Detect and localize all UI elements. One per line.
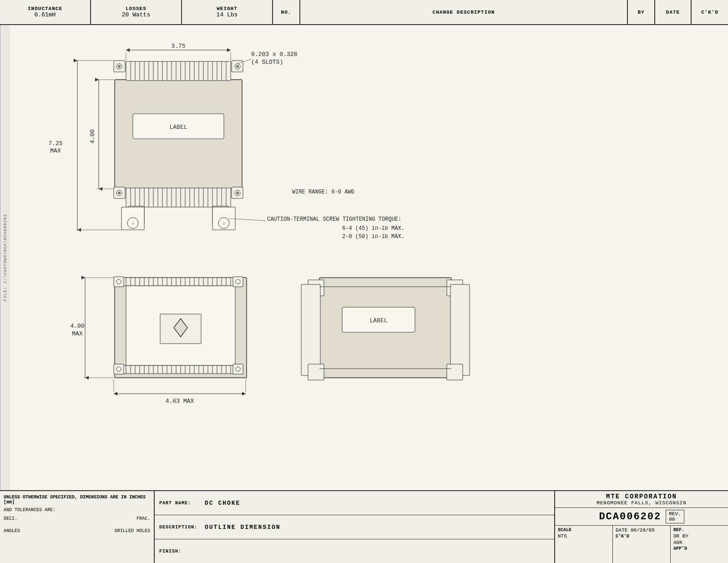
svg-point-57 [118, 192, 120, 194]
weight-cell: WEIGHT 14 Lbs [182, 0, 273, 24]
svg-text:CAUTION-TERMINAL SCREW TIGHTEN: CAUTION-TERMINAL SCREW TIGHTENING TORQUE… [267, 216, 401, 223]
svg-text:4.00: 4.00 [70, 323, 84, 330]
inductance-value: 0.61mH [35, 11, 56, 18]
drilled-label: DRILLED HOLES [115, 528, 150, 533]
info-right-bottom: SCALE NTS DATE 06/28/05 C'K'D REF. DR BY… [555, 526, 728, 563]
ref-label: REF. [673, 527, 725, 533]
date-cell: DATE [655, 0, 692, 24]
tolerances-block: UNLESS OTHERWISE SPECIFIED, DIMENSIONS A… [0, 491, 155, 563]
scale-cell: SCALE NTS [555, 526, 613, 563]
technical-drawing-svg: text { font-family: 'Courier New', Couri… [10, 25, 728, 490]
part-number: DCA006202 [599, 511, 661, 522]
appd-label: APP'D [673, 546, 725, 551]
description-label: DESCRIPTION: [159, 525, 200, 530]
company-location: MENOMONEE FALLS, WISCONSIN [559, 500, 724, 506]
angles-label: ANGLES [4, 528, 20, 533]
losses-value: 20 Watts [122, 11, 150, 18]
svg-text:2-0 (50) in-lb MAX.: 2-0 (50) in-lb MAX. [342, 233, 404, 240]
scale-label: SCALE [558, 527, 610, 533]
svg-text:○: ○ [131, 221, 134, 226]
svg-text:0.203 x 0.328: 0.203 x 0.328 [251, 51, 297, 58]
frac-label: FRAC. [136, 516, 150, 521]
by-label: BY [637, 10, 644, 15]
rev-box: REV. 00 [666, 510, 684, 523]
title-block: INDUCTANCE 0.61mH LOSSES 20 Watts WEIGHT… [0, 0, 728, 25]
part-name-label: PART NAME: [159, 501, 200, 506]
svg-text:4.00: 4.00 [89, 129, 96, 143]
svg-rect-175 [308, 364, 324, 380]
part-name-value: DC CHOKE [205, 500, 240, 507]
inductance-cell: INDUCTANCE 0.61mH [0, 0, 91, 24]
svg-text:LABEL: LABEL [369, 317, 387, 324]
ref-cell: REF. DR BY AGK APP'D [671, 526, 728, 563]
no-label: NO. [281, 10, 292, 15]
unless-text: UNLESS OTHERWISE SPECIFIED, DIMENSIONS A… [4, 495, 150, 505]
dr-by-value: AGK [673, 540, 725, 545]
company-block: MTE CORPORATION MENOMONEE FALLS, WISCONS… [555, 491, 728, 508]
losses-cell: LOSSES 20 Watts [91, 0, 182, 24]
date-info-cell: DATE 06/28/05 C'K'D [613, 526, 671, 563]
finish-label: FINISH: [159, 549, 200, 554]
svg-text:MAX: MAX [50, 147, 61, 154]
svg-point-154 [236, 279, 240, 284]
filepath: FILE: J:\CUSTDWG\DCA\DCA006202 [0, 25, 10, 490]
svg-point-51 [118, 66, 120, 67]
svg-text:4.63 MAX: 4.63 MAX [166, 398, 194, 405]
svg-rect-171 [301, 284, 320, 375]
info-block: UNLESS OTHERWISE SPECIFIED, DIMENSIONS A… [0, 490, 728, 563]
ckd-cell: C'K'D [692, 0, 728, 24]
svg-point-54 [237, 66, 238, 67]
description-row: DESCRIPTION: OUTLINE DIMENSION [155, 515, 554, 539]
part-name-row: PART NAME: DC CHOKE [155, 491, 554, 515]
scale-value: NTS [558, 533, 610, 539]
finish-row: FINISH: [155, 539, 554, 563]
change-label: CHANGE DESCRIPTION [433, 10, 495, 15]
deci-label: DECI. [4, 516, 17, 521]
svg-text:6-4 (45) in-lb MAX.: 6-4 (45) in-lb MAX. [342, 225, 404, 232]
info-right: MTE CORPORATION MENOMONEE FALLS, WISCONS… [555, 491, 728, 563]
deci-row: DECI. FRAC. [4, 516, 150, 521]
dr-by-label: DR BY [673, 533, 725, 539]
page: INDUCTANCE 0.61mH LOSSES 20 Watts WEIGHT… [0, 0, 728, 563]
svg-text:MAX: MAX [72, 330, 83, 337]
svg-text:3.75: 3.75 [171, 43, 185, 50]
no-cell: NO. [273, 0, 300, 24]
inductance-label: INDUCTANCE [28, 6, 62, 11]
ckd-info-label: C'K'D [616, 534, 667, 539]
svg-point-156 [116, 367, 121, 371]
svg-text:○: ○ [222, 221, 225, 226]
svg-rect-172 [450, 284, 470, 375]
losses-label: LOSSES [126, 6, 147, 11]
date-info-value: DATE 06/28/05 [616, 527, 667, 533]
svg-text:LABEL: LABEL [169, 124, 187, 131]
svg-text:WIRE RANGE: 6-0 AWG: WIRE RANGE: 6-0 AWG [292, 189, 354, 195]
drawing-area: text { font-family: 'Courier New', Couri… [10, 25, 728, 490]
date-label: DATE [666, 10, 680, 15]
by-cell: BY [628, 0, 655, 24]
svg-text:7.25: 7.25 [48, 140, 62, 147]
rev-label: REV. [669, 511, 681, 517]
svg-rect-26 [126, 188, 231, 207]
weight-label: WEIGHT [217, 6, 238, 11]
weight-value: 14 Lbs [217, 11, 238, 18]
ckd-label: C'K'D [701, 10, 718, 15]
svg-text:(4 SLOTS): (4 SLOTS) [251, 59, 283, 66]
description-value: OUTLINE DIMENSION [205, 524, 281, 531]
svg-rect-3 [126, 61, 231, 81]
rev-value: 00 [669, 517, 681, 522]
svg-point-158 [236, 367, 240, 371]
svg-rect-176 [447, 364, 463, 380]
svg-point-152 [116, 279, 121, 284]
company-name: MTE CORPORATION [559, 493, 724, 500]
info-middle: PART NAME: DC CHOKE DESCRIPTION: OUTLINE… [155, 491, 555, 563]
angles-row: ANGLES DRILLED HOLES [4, 528, 150, 533]
tolerances-text: AND TOLERANCES ARE: [4, 507, 150, 512]
svg-point-60 [237, 192, 238, 194]
change-cell: CHANGE DESCRIPTION [300, 0, 628, 24]
part-number-block: DCA006202 REV. 00 [555, 508, 728, 526]
